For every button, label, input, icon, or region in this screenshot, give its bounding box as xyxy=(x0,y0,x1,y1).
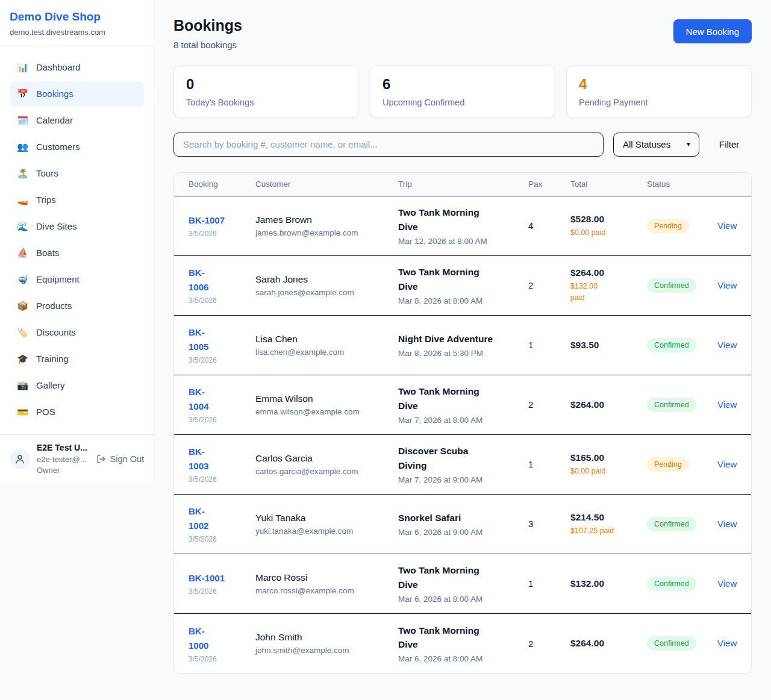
booking-cell: BK-1007 3/5/2026 xyxy=(189,213,255,238)
table-row: BK- 1000 3/5/2026 John Smith john.smith@… xyxy=(174,614,751,673)
sidebar-item-trips[interactable]: 🚤 Trips xyxy=(10,187,144,213)
booking-date: 3/5/2026 xyxy=(189,230,255,238)
trip-cell: Two Tank Morning Dive Mar 8, 2026 at 8:0… xyxy=(398,265,528,305)
view-link[interactable]: View xyxy=(717,399,737,410)
table-row: BK- 1005 3/5/2026 Lisa Chen lisa.chen@ex… xyxy=(174,316,751,375)
total-cell: $264.00 $132.00 paid xyxy=(570,267,647,302)
view-link[interactable]: View xyxy=(717,578,737,589)
view-link[interactable]: View xyxy=(717,459,737,469)
total-cell: $264.00 xyxy=(570,638,647,649)
booking-id-link[interactable]: BK- 1005 xyxy=(189,325,208,354)
table-row: BK- 1006 3/5/2026 Sarah Jones sarah.jone… xyxy=(174,256,751,316)
sidebar-item-discounts[interactable]: 🏷️ Discounts xyxy=(10,320,144,345)
view-link[interactable]: View xyxy=(717,340,737,350)
status-filter-wrap: All Statuses ▼ xyxy=(613,133,699,157)
booking-id-link[interactable]: BK- 1006 xyxy=(189,266,208,295)
status-badge: Pending xyxy=(647,219,689,233)
stat-value: 4 xyxy=(579,76,739,93)
total-amount: $528.00 xyxy=(570,214,647,225)
sidebar-item-label: Discounts xyxy=(36,326,76,339)
status-badge: Confirmed xyxy=(647,517,696,531)
stat-card-upcoming-confirmed: 6 Upcoming Confirmed xyxy=(370,65,555,118)
booking-id-link[interactable]: BK-1001 xyxy=(189,571,225,586)
user-section: E2E Test U... e2e-tester@... Owner Sign … xyxy=(0,434,154,483)
booking-id-link[interactable]: BK- 1002 xyxy=(189,504,208,533)
sign-out-icon xyxy=(96,454,106,464)
customer-cell: James Brown james.brown@example.com xyxy=(255,214,398,237)
action-cell: View xyxy=(717,220,737,231)
sidebar-item-dashboard[interactable]: 📊 Dashboard xyxy=(10,55,144,80)
customer-email: lisa.chen@example.com xyxy=(255,348,398,357)
column-header-status: Status xyxy=(647,180,717,189)
person-icon xyxy=(14,454,25,464)
sidebar-item-products[interactable]: 📦 Products xyxy=(10,293,144,319)
sidebar-item-pos[interactable]: 💳 POS xyxy=(10,399,144,425)
sidebar-item-boats[interactable]: ⛵ Boats xyxy=(10,240,144,266)
stat-card-pending-payment: 4 Pending Payment xyxy=(566,65,752,118)
booking-id-link[interactable]: BK-1007 xyxy=(189,213,225,228)
status-badge: Pending xyxy=(647,457,689,472)
sidebar-item-label: Equipment xyxy=(36,273,80,286)
status-badge: Confirmed xyxy=(647,398,696,412)
sign-out-button[interactable]: Sign Out xyxy=(96,454,144,464)
customer-cell: Lisa Chen lisa.chen@example.com xyxy=(255,334,398,357)
sidebar-item-gallery[interactable]: 📸 Gallery xyxy=(10,373,144,398)
total-cell: $264.00 xyxy=(570,399,647,410)
pax-count: 2 xyxy=(528,639,570,649)
customer-cell: John Smith john.smith@example.com xyxy=(255,632,398,655)
trip-cell: Discover Scuba Diving Mar 7, 2026 at 9:0… xyxy=(398,444,528,484)
view-link[interactable]: View xyxy=(717,280,737,290)
status-filter-select[interactable]: All Statuses xyxy=(613,133,699,157)
sidebar-item-label: Dive Sites xyxy=(36,220,77,233)
customer-name: Emma Wilson xyxy=(255,393,398,404)
pax-count: 1 xyxy=(528,340,570,350)
new-booking-button[interactable]: New Booking xyxy=(673,19,752,43)
trip-name: Night Dive Adventure xyxy=(398,332,528,346)
sidebar-item-bookings[interactable]: 📅 Bookings xyxy=(10,81,144,107)
sidebar-item-equipment[interactable]: 🤿 Equipment xyxy=(10,267,144,292)
shop-logo-block: Demo Dive Shop demo.test.divestreams.com xyxy=(0,0,154,46)
avatar xyxy=(10,449,30,469)
booking-cell: BK- 1002 3/5/2026 xyxy=(189,504,255,543)
booking-cell: BK- 1003 3/5/2026 xyxy=(189,445,255,484)
paid-amount: $107.25 paid xyxy=(570,525,647,536)
booking-id-link[interactable]: BK- 1004 xyxy=(189,385,208,414)
search-input[interactable] xyxy=(173,133,604,157)
booking-date: 3/5/2026 xyxy=(189,356,255,364)
booking-id-link[interactable]: BK- 1003 xyxy=(189,445,208,473)
filter-button[interactable]: Filter xyxy=(719,139,739,149)
sidebar-item-tours[interactable]: 🏝️ Tours xyxy=(10,161,144,186)
booking-cell: BK- 1000 3/5/2026 xyxy=(189,624,255,663)
nav-icon: 🎓 xyxy=(17,352,28,366)
trip-cell: Two Tank Morning Dive Mar 6, 2026 at 8:0… xyxy=(398,623,528,664)
sidebar-item-training[interactable]: 🎓 Training xyxy=(10,346,144,372)
trip-datetime: Mar 8, 2026 at 8:00 AM xyxy=(398,296,528,305)
paid-amount: $0.00 paid xyxy=(570,466,647,477)
sidebar-item-dive-sites[interactable]: 🌊 Dive Sites xyxy=(10,214,144,239)
total-cell: $528.00 $0.00 paid xyxy=(570,214,647,238)
nav-icon: 🤿 xyxy=(17,273,28,286)
action-cell: View xyxy=(717,399,737,410)
table-row: BK- 1004 3/5/2026 Emma Wilson emma.wilso… xyxy=(174,375,751,435)
booking-cell: BK- 1006 3/5/2026 xyxy=(189,266,255,305)
status-cell: Confirmed xyxy=(647,577,717,591)
sidebar-item-calendar[interactable]: 🗓️ Calendar xyxy=(10,108,144,133)
trip-cell: Two Tank Morning Dive Mar 7, 2026 at 8:0… xyxy=(398,384,528,425)
total-amount: $264.00 xyxy=(570,638,647,649)
table-body: BK-1007 3/5/2026 James Brown james.brown… xyxy=(174,196,751,673)
view-link[interactable]: View xyxy=(717,519,737,529)
trip-cell: Two Tank Morning Dive Mar 12, 2026 at 8:… xyxy=(398,205,528,246)
table-header-row: Booking Customer Trip Pax Total Status xyxy=(174,173,751,196)
total-cell: $165.00 $0.00 paid xyxy=(570,452,647,477)
page-title-block: Bookings 8 total bookings xyxy=(173,17,242,50)
view-link[interactable]: View xyxy=(717,220,737,231)
customer-email: john.smith@example.com xyxy=(255,646,398,655)
view-link[interactable]: View xyxy=(717,638,737,648)
total-amount: $93.50 xyxy=(570,340,647,351)
trip-datetime: Mar 12, 2026 at 8:00 AM xyxy=(398,237,528,246)
status-cell: Confirmed xyxy=(647,517,717,531)
booking-id-link[interactable]: BK- 1000 xyxy=(189,624,208,653)
column-header-customer: Customer xyxy=(255,180,398,189)
sidebar-item-customers[interactable]: 👥 Customers xyxy=(10,134,144,160)
customer-email: sarah.jones@example.com xyxy=(255,288,398,297)
